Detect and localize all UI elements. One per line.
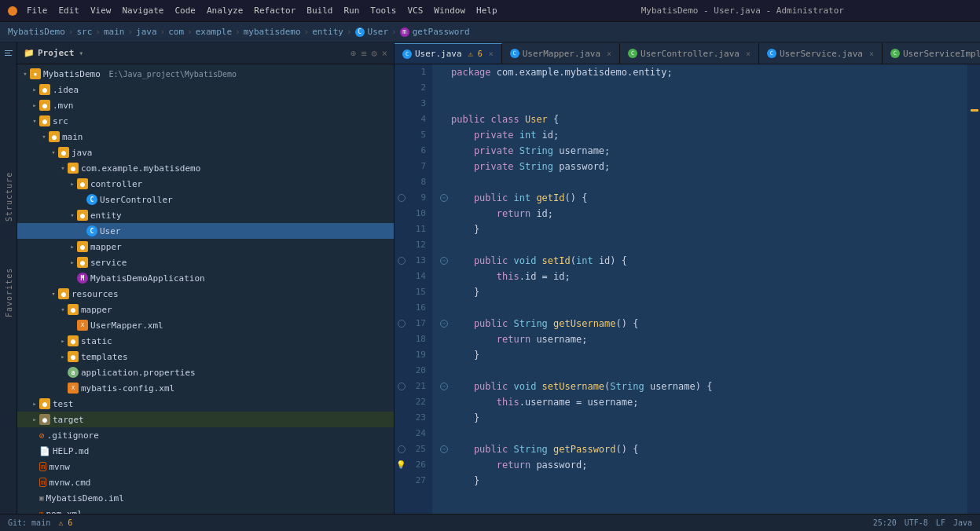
code-line-12[interactable] (432, 237, 967, 253)
mapper-arrow[interactable] (68, 243, 77, 251)
menu-window[interactable]: Window (434, 5, 465, 16)
code-line-21[interactable]: − public void setUsername(String usernam… (432, 379, 967, 394)
locate-file-icon[interactable]: ⊕ (351, 48, 356, 59)
fold-marker-25[interactable]: − (440, 445, 448, 453)
fold-marker-13[interactable]: − (440, 257, 448, 265)
menu-analyze[interactable]: Analyze (207, 5, 243, 16)
tree-item-pom[interactable]: m pom.xml (17, 506, 394, 514)
code-line-26[interactable]: return password; (432, 457, 967, 473)
tree-item-help[interactable]: 📄 HELP.md (17, 443, 394, 459)
code-line-24[interactable] (432, 426, 967, 441)
menu-file[interactable]: File (27, 5, 48, 16)
code-line-5[interactable]: private int id; (432, 127, 967, 143)
tree-item-target[interactable]: ● target (17, 412, 394, 427)
resources-arrow[interactable] (49, 290, 58, 298)
main-arrow[interactable] (39, 133, 49, 141)
tree-item-templates[interactable]: ● templates (17, 349, 394, 364)
bookmark-icon[interactable]: Structure (1, 189, 17, 204)
tree-item-idea[interactable]: ● .idea (17, 82, 394, 97)
idea-arrow[interactable] (30, 86, 39, 93)
crumb-example[interactable]: example (196, 27, 232, 37)
test-arrow[interactable] (30, 400, 39, 408)
tree-item-java[interactable]: ● java (17, 145, 394, 160)
target-arrow[interactable] (30, 416, 39, 423)
code-line-6[interactable]: private String username; (432, 143, 967, 159)
tab-userserviceimpl-java[interactable]: C UserServiceImpl.java × (883, 43, 980, 64)
settings-icon[interactable]: ⚙ (372, 48, 377, 59)
tab-usercontroller-java[interactable]: C UserController.java × (620, 43, 759, 64)
fold-marker-21[interactable]: − (440, 383, 448, 390)
tree-item-mvnw[interactable]: m mvnw (17, 459, 394, 474)
crumb-project[interactable]: MybatisDemo (8, 27, 65, 37)
tab-user-java-close[interactable]: × (489, 49, 494, 58)
tree-item-resources[interactable]: ● resources (17, 286, 394, 302)
tree-item-mvn[interactable]: ● .mvn (17, 97, 394, 113)
tree-item-app-prop[interactable]: a application.properties (17, 364, 394, 380)
tree-item-src[interactable]: ● src (17, 113, 394, 129)
tree-item-controller[interactable]: ● controller (17, 176, 394, 192)
menu-help[interactable]: Help (476, 5, 497, 16)
code-line-8[interactable] (432, 174, 967, 190)
fold-marker-9[interactable]: − (440, 194, 448, 202)
crumb-src[interactable]: src (76, 27, 92, 37)
crumb-java[interactable]: java (136, 27, 157, 37)
tree-item-mybatisapp[interactable]: M MybatisDemoApplication (17, 270, 394, 286)
code-line-1[interactable]: package com.example.mybatisdemo.entity; (432, 64, 967, 80)
code-line-10[interactable]: return id; (432, 206, 967, 222)
code-line-18[interactable]: return username; (432, 331, 967, 347)
tab-us-close[interactable]: × (869, 49, 874, 58)
entity-arrow[interactable] (68, 211, 77, 219)
java-arrow[interactable] (49, 148, 58, 156)
tree-item-usermapper-xml[interactable]: X UserMapper.xml (17, 317, 394, 333)
code-line-4[interactable]: public class User { (432, 112, 967, 127)
crumb-main[interactable]: main (104, 27, 125, 37)
tree-item-iml[interactable]: ▣ MybatisDemo.iml (17, 490, 394, 506)
code-line-14[interactable]: this.id = id; (432, 269, 967, 284)
menu-build[interactable]: Build (306, 5, 332, 16)
project-tool-icon[interactable] (1, 46, 17, 61)
code-line-3[interactable] (432, 96, 967, 112)
controller-arrow[interactable] (68, 180, 77, 188)
menu-bar[interactable]: File Edit View Navigate Code Analyze Ref… (27, 5, 497, 16)
code-line-9[interactable]: − public int getId() { (432, 190, 967, 206)
service-arrow[interactable] (68, 258, 77, 266)
code-line-17[interactable]: − public String getUsername() { (432, 316, 967, 331)
code-line-16[interactable] (432, 300, 967, 316)
code-line-13[interactable]: − public void setId(int id) { (432, 253, 967, 269)
crumb-mybatisdemo[interactable]: mybatisdemo (244, 27, 301, 37)
code-line-20[interactable] (432, 363, 967, 379)
crumb-user[interactable]: User (368, 27, 389, 37)
menu-code[interactable]: Code (174, 5, 196, 16)
tab-usermapper-java[interactable]: C UserMapper.java × (502, 43, 620, 64)
code-line-7[interactable]: private String password; (432, 159, 967, 174)
tree-item-usercontroller[interactable]: C UserController (17, 192, 394, 207)
static-arrow[interactable] (58, 337, 68, 345)
menu-refactor[interactable]: Refactor (254, 5, 295, 16)
tree-item-mapper-res[interactable]: ● mapper (17, 302, 394, 317)
mvn-arrow[interactable] (30, 101, 39, 109)
favorites-icon[interactable]: Favorites (1, 284, 17, 300)
templates-arrow[interactable] (58, 353, 68, 361)
tab-user-java[interactable]: C User.java ⚠ 6 × (395, 43, 502, 64)
tab-userservice-java[interactable]: C UserService.java × (759, 43, 883, 64)
tree-item-user[interactable]: C User (17, 223, 394, 239)
menu-navigate[interactable]: Navigate (123, 5, 164, 16)
code-line-25[interactable]: − public String getPassword() { (432, 441, 967, 457)
root-arrow[interactable] (20, 70, 30, 78)
tree-item-static[interactable]: ● static (17, 333, 394, 349)
src-arrow[interactable] (30, 117, 39, 125)
code-line-27[interactable]: } (432, 473, 967, 489)
crumb-entity[interactable]: entity (312, 27, 343, 37)
tree-item-root[interactable]: ▪ MybatisDemo E:\Java_project\MybatisDem… (17, 66, 394, 82)
tree-item-entity[interactable]: ● entity (17, 207, 394, 223)
right-scroll-indicator[interactable] (967, 64, 980, 514)
mapper-res-arrow[interactable] (58, 306, 68, 313)
tree-item-test[interactable]: ● test (17, 396, 394, 412)
code-line-23[interactable]: } (432, 410, 967, 426)
menu-view[interactable]: View (90, 5, 112, 16)
code-line-2[interactable] (432, 80, 967, 96)
com-arrow[interactable] (58, 164, 68, 172)
tree-item-mybatis-config[interactable]: X mybatis-config.xml (17, 380, 394, 396)
code-line-11[interactable]: } (432, 222, 967, 237)
tab-uc-close[interactable]: × (746, 49, 751, 58)
